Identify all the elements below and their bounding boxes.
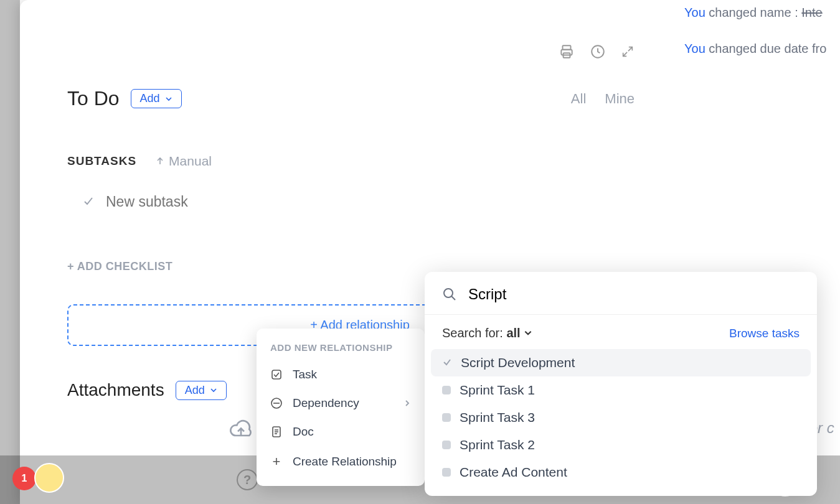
search-result-item[interactable]: Sprint Task 3 [431, 404, 811, 431]
activity-item: You changed due date fro [684, 40, 840, 57]
search-result-item[interactable]: Sprint Task 2 [431, 431, 811, 459]
left-backdrop [0, 0, 20, 504]
toolbar-icons [559, 44, 635, 62]
chevron-right-icon [403, 399, 411, 407]
subtasks-header: SUBTASKS Manual [67, 154, 659, 169]
dependency-icon [270, 397, 283, 409]
status-box-icon [442, 413, 451, 422]
status-add-button[interactable]: Add [131, 89, 182, 108]
doc-icon [270, 426, 283, 438]
search-result-item[interactable]: Sprint Task 1 [431, 376, 811, 404]
task-search-panel: Search for: all Browse tasks Script Deve… [425, 272, 817, 496]
svg-line-12 [451, 296, 455, 300]
svg-point-11 [444, 289, 453, 297]
relationship-dropdown: ADD NEW RELATIONSHIP Task Dependency Doc… [257, 329, 425, 486]
arrow-up-icon [155, 156, 165, 166]
search-icon [442, 287, 457, 302]
dropdown-item-create[interactable]: + Create Relationship [257, 446, 425, 477]
dropdown-item-task[interactable]: Task [257, 360, 425, 389]
add-checklist-button[interactable]: + ADD CHECKLIST [67, 260, 659, 273]
search-for-label[interactable]: Search for: all [442, 326, 532, 340]
attachments-add-button[interactable]: Add [176, 381, 227, 400]
history-icon[interactable] [590, 44, 606, 62]
expand-icon[interactable] [621, 45, 635, 61]
status-box-icon [442, 441, 451, 449]
chevron-down-icon [165, 95, 172, 103]
notification-badge[interactable]: 1 [12, 467, 36, 490]
attachments-label: Attachments [67, 380, 164, 400]
search-input[interactable] [468, 286, 800, 303]
check-icon [82, 195, 95, 210]
search-result-item[interactable]: Create Ad Content [431, 459, 811, 486]
subtasks-sort[interactable]: Manual [155, 154, 212, 169]
cloud-upload-icon [229, 417, 253, 442]
plus-icon: + [270, 454, 283, 470]
dropdown-header: ADD NEW RELATIONSHIP [257, 338, 425, 360]
search-filter-row: Search for: all Browse tasks [425, 315, 817, 349]
search-results: Script Development Sprint Task 1 Sprint … [425, 349, 817, 486]
subtasks-label: SUBTASKS [67, 154, 136, 168]
dropdown-item-dependency[interactable]: Dependency [257, 389, 425, 418]
status-box-icon [442, 468, 451, 477]
dropdown-item-doc[interactable]: Doc [257, 418, 425, 446]
activity-item: You changed name : Inte [684, 4, 840, 21]
print-icon[interactable] [559, 44, 575, 62]
svg-rect-4 [272, 370, 281, 379]
search-bar [425, 272, 817, 315]
check-icon [442, 355, 452, 370]
activity-user: You [684, 42, 706, 55]
activity-user: You [684, 6, 706, 19]
avatar[interactable] [34, 463, 64, 493]
status-box-icon [442, 386, 451, 394]
subtask-row [67, 194, 659, 210]
status-row: To Do Add [67, 87, 659, 110]
chevron-down-icon [524, 329, 532, 337]
chevron-down-icon [210, 386, 217, 394]
help-icon[interactable]: ? [237, 469, 258, 490]
task-icon [270, 368, 283, 381]
status-label: To Do [67, 87, 120, 110]
activity-log: You changed name : Inte You changed due … [684, 0, 840, 80]
new-subtask-input[interactable] [106, 194, 355, 210]
search-result-item[interactable]: Script Development [431, 349, 811, 376]
browse-tasks-link[interactable]: Browse tasks [729, 327, 800, 340]
